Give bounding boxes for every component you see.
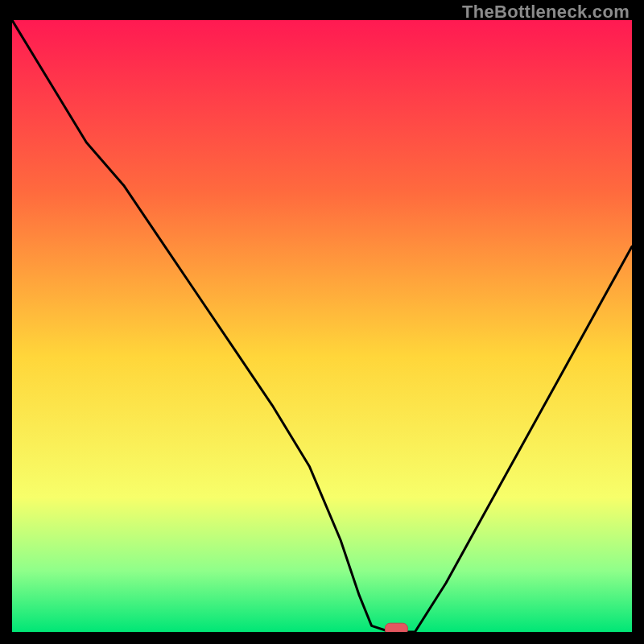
bottleneck-chart [12,20,632,632]
optimal-point-marker [385,623,407,632]
watermark-text: TheBottleneck.com [462,2,630,23]
gradient-background [12,20,632,632]
chart-frame: TheBottleneck.com [0,0,644,644]
